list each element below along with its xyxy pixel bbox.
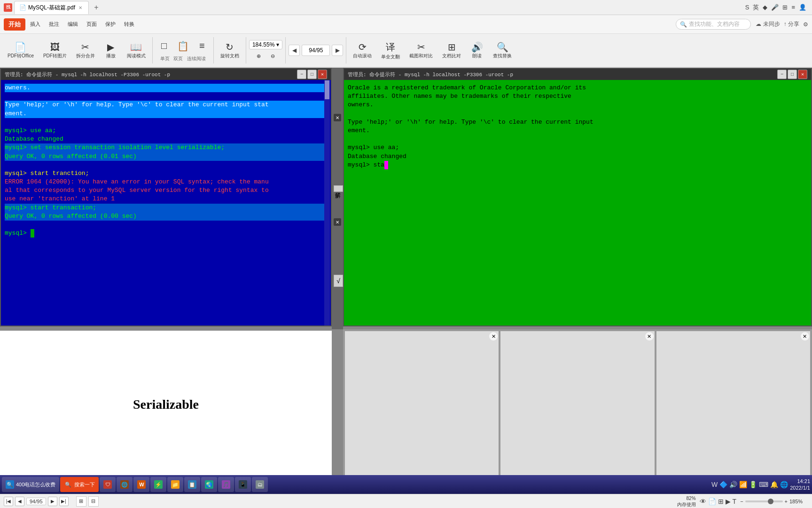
tray-net[interactable]: 📶	[739, 481, 747, 488]
first-page-btn[interactable]: |◀	[4, 497, 13, 506]
zoom-thumb[interactable]	[768, 499, 773, 504]
ribbon-sep-5	[346, 37, 346, 64]
tab-add-button[interactable]: +	[91, 2, 102, 13]
term-line-13: al that corresponds to your MySQL server…	[5, 186, 327, 195]
sougou-icon[interactable]: S	[745, 4, 750, 11]
tray-kb[interactable]: ⌨	[759, 481, 768, 488]
ribbon-screenshot[interactable]: ✂ 截图和对比	[406, 40, 437, 61]
terminal-left[interactable]: 管理员: 命令提示符 - mysql -h localhost -P3306 -…	[0, 68, 332, 326]
sync-icon[interactable]: ☁ 未同步	[756, 20, 780, 28]
view-double-btn[interactable]: ⊟	[88, 496, 99, 507]
ribbon-double-page[interactable]: 📋	[173, 39, 193, 54]
zoom-selector[interactable]: 184.55% ▾	[249, 40, 282, 49]
menu-icon[interactable]: ≡	[791, 4, 795, 11]
toolbar-convert[interactable]: 转换	[120, 20, 138, 29]
tray-vol[interactable]: 🔊	[729, 481, 737, 488]
view-single-btn[interactable]: ⊞	[76, 496, 86, 507]
tray-bat[interactable]: 🔋	[749, 481, 757, 488]
status-eye-icon[interactable]: 👁	[700, 498, 706, 505]
terminal-left-scrollbar[interactable]	[324, 80, 330, 325]
divider-btn-2[interactable]: ✕	[334, 218, 341, 226]
ribbon-find-replace[interactable]: 🔍 查找替换	[489, 40, 515, 61]
prev-page-btn[interactable]: ◀	[289, 45, 300, 56]
thumb-3-close[interactable]: ✕	[801, 332, 809, 341]
taskbar-files[interactable]: 🗂	[252, 477, 268, 492]
taskbar-app1[interactable]: ⚡	[150, 477, 166, 492]
ribbon-doc-compare[interactable]: ⊞ 文档比对	[438, 40, 465, 61]
mic-icon[interactable]: 🎤	[771, 4, 779, 11]
status-page-icon[interactable]: 📄	[708, 498, 716, 505]
status-text-icon[interactable]: T	[733, 498, 737, 505]
side-label-liejie[interactable]: 了解	[334, 185, 343, 192]
ribbon-split-merge[interactable]: ✂ 拆分合并	[72, 40, 99, 61]
zoom-minus[interactable]: −	[740, 499, 743, 504]
ribbon-pdf-image[interactable]: 🖼 PDF转图片	[39, 40, 70, 61]
divider-btn-1[interactable]: ✕	[334, 114, 341, 121]
next-page-btn[interactable]: ▶	[332, 45, 343, 56]
ribbon-full-translate[interactable]: 译 单全文翻	[377, 39, 404, 62]
pdf-office-icon: 📄	[15, 41, 26, 53]
settings-icon[interactable]: ⚙	[803, 21, 808, 28]
taskbar-phone[interactable]: 📱	[235, 477, 251, 492]
zoom-plus[interactable]: +	[785, 499, 788, 504]
terminal-left-maximize[interactable]: □	[307, 70, 317, 79]
ribbon-auto-scroll[interactable]: ⟳ 自动滚动	[349, 40, 375, 61]
search-box[interactable]: 🔍 查找功能、文档内容	[676, 19, 751, 30]
system-clock[interactable]: 14:21 2022/1/1	[790, 478, 810, 492]
ribbon-read-mode[interactable]: 📖 阅读模式	[123, 40, 149, 61]
ribbon-play[interactable]: ▶ 播放	[101, 40, 121, 61]
toolbar-annotate[interactable]: 批注	[45, 20, 63, 29]
user-icon[interactable]: 👤	[799, 4, 806, 11]
tray-globe[interactable]: 🌐	[780, 481, 788, 488]
side-check[interactable]: √	[334, 275, 343, 287]
tray-bell[interactable]: 🔔	[770, 481, 778, 488]
page-indicator: 94/95	[26, 498, 46, 505]
prev-page-btn-bottom[interactable]: ◀	[15, 497, 24, 506]
zoom-slider[interactable]	[745, 500, 783, 502]
taskbar-search-item[interactable]: 🔍 400电话怎么收费	[2, 477, 59, 492]
thumb-2-close[interactable]: ✕	[645, 332, 654, 341]
share-icon[interactable]: ↑ 分享	[784, 20, 799, 28]
taskbar-word[interactable]: W	[133, 477, 149, 492]
memory-info: 82% 内存使用	[677, 495, 696, 508]
thumb-1-close[interactable]: ✕	[489, 332, 498, 341]
ribbon-rotate[interactable]: ↻ 旋转文档	[217, 40, 243, 61]
toolbar-insert[interactable]: 插入	[26, 20, 44, 29]
terminal-right-maximize[interactable]: □	[788, 70, 797, 79]
terminal-left-close[interactable]: ✕	[318, 70, 327, 79]
status-layout-icon[interactable]: ⊞	[718, 498, 724, 505]
status-play-icon[interactable]: ▶	[726, 498, 731, 505]
toolbar-protect[interactable]: 保护	[102, 20, 119, 29]
taskbar-clipboard[interactable]: 📋	[184, 477, 200, 492]
zoom-in[interactable]: ⊕	[252, 51, 265, 61]
terminal-left-minimize[interactable]: −	[297, 70, 306, 79]
tray-wps[interactable]: W	[711, 481, 718, 488]
ribbon-continuous[interactable]: ≡	[194, 39, 211, 54]
diamond-icon[interactable]: ◆	[763, 4, 767, 11]
ribbon-read-aloud[interactable]: 🔊 朗读	[467, 40, 487, 61]
taskbar-security[interactable]: 🛡	[100, 477, 116, 492]
grid-icon[interactable]: ⊞	[782, 4, 788, 11]
ribbon-pdf-office[interactable]: 📄 PDF转Office	[4, 40, 38, 61]
tab-close-button[interactable]: ✕	[77, 4, 84, 11]
taskbar-globe[interactable]: 🌏	[201, 477, 217, 492]
page-input[interactable]	[302, 45, 330, 56]
toolbar-start[interactable]: 开始	[4, 18, 25, 31]
taskbar-browser[interactable]: 🌐	[117, 477, 133, 492]
pdf-tab[interactable]: 📄 MySQL-基础篇.pdf ✕	[14, 1, 89, 14]
taskbar-music[interactable]: 🎵	[218, 477, 234, 492]
taskbar-folder[interactable]: 📁	[167, 477, 183, 492]
next-page-btn-bottom[interactable]: ▶	[48, 497, 57, 506]
toolbar-edit[interactable]: 编辑	[64, 20, 82, 29]
taskbar-search-btn[interactable]: 🔍 搜索一下	[60, 477, 99, 492]
terminal-right-minimize[interactable]: −	[777, 70, 787, 79]
terminal-right[interactable]: 管理员: 命令提示符 - mysql -h localhost -P3306 -…	[343, 68, 812, 326]
tray-blue[interactable]: 🔷	[719, 481, 727, 488]
search-engine-icon: 🔍	[6, 480, 14, 489]
ribbon-single-page[interactable]: □	[156, 39, 172, 54]
last-page-btn[interactable]: ▶|	[59, 497, 69, 506]
zoom-out[interactable]: ⊖	[266, 51, 280, 61]
toolbar-page[interactable]: 页面	[83, 20, 101, 29]
terminal-right-close[interactable]: ✕	[798, 70, 807, 79]
lang-toggle[interactable]: 英	[753, 3, 759, 12]
